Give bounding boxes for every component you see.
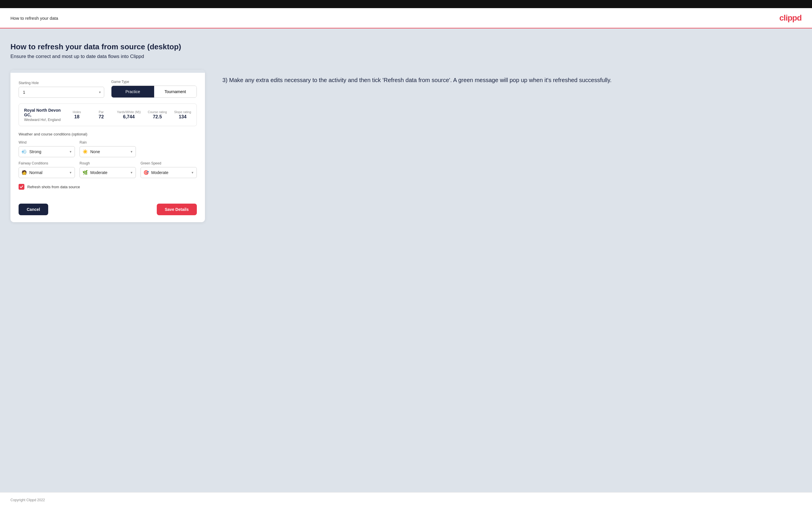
tournament-button[interactable]: Tournament (154, 86, 197, 98)
stat-label-course-rating: Course rating (148, 110, 167, 114)
card-top-strip (10, 70, 205, 73)
course-stat-par: Par 72 (93, 110, 110, 119)
cancel-button[interactable]: Cancel (18, 204, 48, 215)
practice-button[interactable]: Practice (111, 86, 154, 98)
main-content: How to refresh your data from source (de… (0, 29, 812, 492)
green-speed-field: Green Speed 🎯 Moderate ▾ (141, 161, 197, 178)
stat-label-par: Par (99, 110, 104, 114)
rough-select[interactable]: Moderate (80, 167, 136, 178)
side-text: 3) Make any extra edits necessary to the… (222, 70, 802, 85)
course-stat-yards: Yards/White (M)) 6,744 (117, 110, 141, 119)
header: How to refresh your data clippd (0, 8, 812, 29)
stat-value-slope-rating: 134 (179, 114, 187, 119)
course-name: Royal North Devon GC, (24, 108, 61, 117)
rough-label: Rough (80, 161, 136, 165)
course-location: Westward Ho!, England (24, 118, 61, 122)
refresh-checkbox-label: Refresh shots from data source (27, 185, 80, 189)
refresh-checkbox-row: Refresh shots from data source (18, 184, 197, 190)
footer: Copyright Clippd 2022 (0, 492, 812, 507)
wind-rain-row: Wind 💨 Strong ▾ Rain ☀️ (18, 140, 197, 157)
rain-label: Rain (80, 140, 136, 145)
course-stat-slope-rating: Slope rating 134 (174, 110, 191, 119)
stat-value-par: 72 (99, 114, 104, 119)
top-bar (0, 0, 812, 8)
button-row: Cancel Save Details (10, 204, 205, 215)
starting-hole-field: Starting Hole 1 ▾ (18, 81, 104, 98)
checkmark-icon (20, 185, 23, 188)
fairway-field: Fairway Conditions 🧑 Normal ▾ (18, 161, 75, 178)
game-type-label: Game Type (111, 80, 197, 84)
rough-select-wrapper: 🌿 Moderate ▾ (80, 167, 136, 178)
card: Starting Hole 1 ▾ Game Type Practice To (10, 70, 205, 222)
game-type-field: Game Type Practice Tournament (111, 80, 197, 98)
course-name-col: Royal North Devon GC, Westward Ho!, Engl… (24, 108, 61, 122)
conditions-section-label: Weather and course conditions (optional) (18, 132, 197, 136)
wind-select-wrapper: 💨 Strong ▾ (18, 146, 75, 157)
course-stat-course-rating: Course rating 72.5 (148, 110, 167, 119)
stat-value-holes: 18 (74, 114, 80, 119)
header-title: How to refresh your data (10, 16, 58, 20)
wind-label: Wind (18, 140, 75, 145)
content-area: Starting Hole 1 ▾ Game Type Practice To (10, 70, 802, 222)
logo: clippd (779, 13, 802, 22)
refresh-checkbox[interactable] (18, 184, 24, 190)
card-body: Starting Hole 1 ▾ Game Type Practice To (10, 73, 205, 204)
rain-field: Rain ☀️ None ▾ (80, 140, 136, 157)
rain-select[interactable]: None (80, 146, 136, 157)
game-type-buttons: Practice Tournament (111, 86, 197, 98)
wind-select[interactable]: Strong (18, 146, 75, 157)
course-info-box: Royal North Devon GC, Westward Ho!, Engl… (18, 104, 197, 126)
fairway-label: Fairway Conditions (18, 161, 75, 165)
stat-label-slope-rating: Slope rating (174, 110, 191, 114)
stat-value-yards: 6,744 (123, 114, 135, 119)
fairway-select[interactable]: Normal (18, 167, 75, 178)
starting-hole-game-type-group: Starting Hole 1 ▾ Game Type Practice To (18, 80, 197, 98)
starting-hole-label: Starting Hole (18, 81, 104, 85)
save-details-button[interactable]: Save Details (157, 204, 197, 215)
green-speed-select[interactable]: Moderate (141, 167, 197, 178)
wind-field: Wind 💨 Strong ▾ (18, 140, 75, 157)
fairway-rough-green-row: Fairway Conditions 🧑 Normal ▾ Rough 🌿 (18, 161, 197, 178)
stat-label-yards: Yards/White (M)) (117, 110, 141, 114)
rain-select-wrapper: ☀️ None ▾ (80, 146, 136, 157)
course-stat-holes: Holes 18 (68, 110, 86, 119)
green-speed-label: Green Speed (141, 161, 197, 165)
green-speed-select-wrapper: 🎯 Moderate ▾ (141, 167, 197, 178)
side-text-paragraph: 3) Make any extra edits necessary to the… (222, 76, 802, 85)
stat-value-course-rating: 72.5 (153, 114, 162, 119)
page-subheading: Ensure the correct and most up to date d… (10, 54, 802, 59)
footer-text: Copyright Clippd 2022 (10, 498, 45, 502)
page-heading: How to refresh your data from source (de… (10, 42, 802, 51)
fairway-select-wrapper: 🧑 Normal ▾ (18, 167, 75, 178)
starting-hole-select-wrapper: 1 ▾ (18, 87, 104, 98)
rough-field: Rough 🌿 Moderate ▾ (80, 161, 136, 178)
stat-label-holes: Holes (73, 110, 81, 114)
starting-hole-select[interactable]: 1 (18, 87, 104, 98)
